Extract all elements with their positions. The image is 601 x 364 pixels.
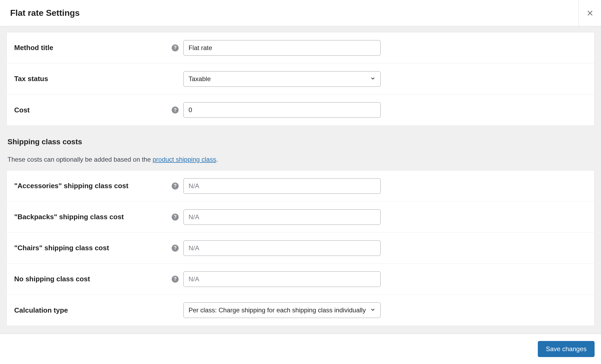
calculation-type-row: Calculation type Per class: Charge shipp… [7,295,594,326]
cost-label: Cost ? [14,106,183,114]
accessories-cost-control [183,178,381,194]
method-title-row: Method title ? [7,32,594,63]
flat-rate-settings-modal: Flat rate Settings Method title ? Tax st… [0,0,601,364]
accessories-cost-label-text: "Accessories" shipping class cost [14,182,172,190]
method-title-label-text: Method title [14,44,172,52]
backpacks-cost-input[interactable] [183,209,381,225]
method-title-label: Method title ? [14,44,183,52]
cost-input[interactable] [183,102,381,118]
modal-footer: Save changes [0,334,601,364]
close-button[interactable] [579,0,601,26]
desc-suffix: . [216,156,218,163]
help-icon[interactable]: ? [172,44,179,51]
help-icon[interactable]: ? [172,276,179,283]
backpacks-cost-label-text: "Backpacks" shipping class cost [14,213,172,221]
cost-label-text: Cost [14,106,172,114]
method-title-input[interactable] [183,40,381,56]
backpacks-cost-control [183,209,381,225]
tax-status-select[interactable]: Taxable [183,71,381,87]
calculation-type-label-text: Calculation type [14,306,183,314]
modal-title: Flat rate Settings [0,8,579,18]
general-fields-group: Method title ? Tax status Taxable [6,32,595,126]
chairs-cost-label-text: "Chairs" shipping class cost [14,244,172,252]
cost-row: Cost ? [7,94,594,126]
cost-control [183,102,381,118]
no-class-cost-input[interactable] [183,271,381,287]
help-icon[interactable]: ? [172,107,179,113]
chairs-cost-input[interactable] [183,240,381,256]
tax-status-select-wrap: Taxable [183,71,381,87]
backpacks-cost-row: "Backpacks" shipping class cost ? [7,202,594,233]
shipping-class-costs-heading: Shipping class costs These costs can opt… [6,138,595,164]
calculation-type-label: Calculation type [14,306,183,314]
accessories-cost-row: "Accessories" shipping class cost ? [7,170,594,202]
help-icon[interactable]: ? [172,214,179,221]
shipping-class-costs-desc: These costs can optionally be added base… [7,155,595,164]
calculation-type-select-wrap: Per class: Charge shipping for each ship… [183,302,381,318]
no-class-cost-label-text: No shipping class cost [14,275,172,283]
class-costs-group: "Accessories" shipping class cost ? "Bac… [6,170,595,326]
no-class-cost-control [183,271,381,287]
modal-body: Method title ? Tax status Taxable [0,26,601,334]
chairs-cost-control [183,240,381,256]
tax-status-label: Tax status [14,75,183,83]
close-icon [586,9,594,17]
tax-status-control: Taxable [183,71,381,87]
tax-status-label-text: Tax status [14,75,183,83]
shipping-class-costs-title: Shipping class costs [7,138,595,146]
tax-status-row: Tax status Taxable [7,63,594,94]
no-class-cost-label: No shipping class cost ? [14,275,183,283]
chairs-cost-label: "Chairs" shipping class cost ? [14,244,183,252]
help-icon[interactable]: ? [172,183,179,189]
product-shipping-class-link[interactable]: product shipping class [153,156,216,163]
no-class-cost-row: No shipping class cost ? [7,264,594,295]
modal-header: Flat rate Settings [0,0,601,26]
calculation-type-control: Per class: Charge shipping for each ship… [183,302,381,318]
help-icon[interactable]: ? [172,245,179,252]
backpacks-cost-label: "Backpacks" shipping class cost ? [14,213,183,221]
save-changes-button[interactable]: Save changes [538,341,595,357]
desc-prefix: These costs can optionally be added base… [7,156,153,163]
accessories-cost-label: "Accessories" shipping class cost ? [14,182,183,190]
method-title-control [183,40,381,56]
chairs-cost-row: "Chairs" shipping class cost ? [7,233,594,264]
calculation-type-select[interactable]: Per class: Charge shipping for each ship… [183,302,381,318]
accessories-cost-input[interactable] [183,178,381,194]
